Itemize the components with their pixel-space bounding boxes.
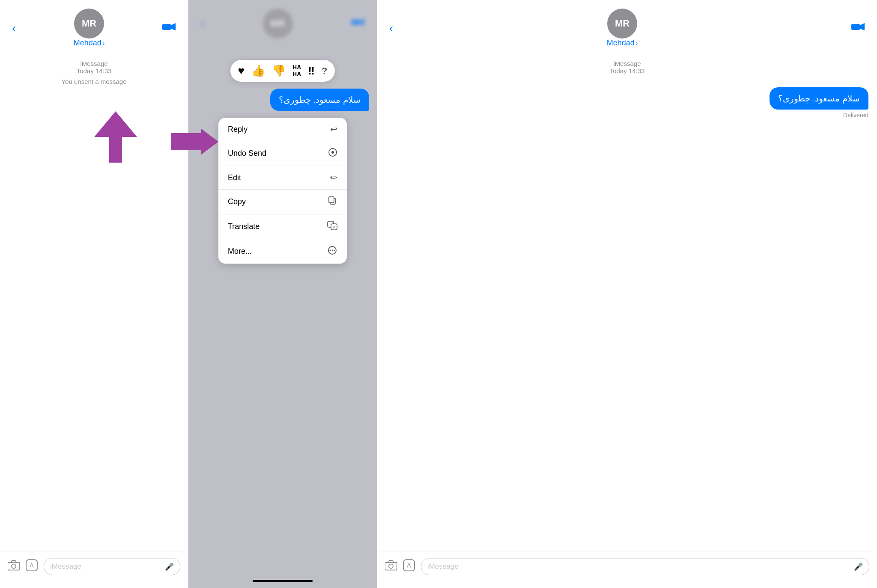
menu-reply-label: Reply	[228, 125, 248, 134]
menu-undo-send-label: Undo Send	[228, 149, 266, 158]
center-nav-blurred: ‹ MR	[188, 0, 377, 43]
center-back-btn: ‹	[200, 17, 204, 30]
back-button[interactable]: ‹	[12, 21, 16, 35]
right-time-label: Today 14:33	[386, 67, 868, 74]
right-bubble-row: سلام مسعود. چطوری؟	[386, 87, 868, 110]
right-contact-name-row: Mehdad ›	[607, 39, 638, 48]
right-chevron-icon: ›	[636, 40, 638, 47]
contact-name-row: Mehdad ›	[74, 39, 105, 48]
right-message-meta: iMessage Today 14:33	[377, 60, 877, 74]
message-input-right[interactable]: iMessage 🎤	[421, 558, 869, 575]
svg-point-12	[331, 151, 334, 154]
svg-rect-26	[389, 561, 393, 563]
apps-button[interactable]: A	[26, 559, 38, 574]
svg-marker-9	[360, 18, 364, 26]
svg-rect-14	[329, 197, 334, 203]
time-label: Today 14:33	[9, 67, 179, 74]
svg-point-25	[389, 564, 393, 568]
message-input-left[interactable]: iMessage 🎤	[44, 558, 180, 575]
reaction-question[interactable]: ?	[322, 65, 327, 77]
more-icon	[327, 246, 337, 257]
reaction-exclamation[interactable]: ‼	[308, 64, 315, 77]
undo-send-icon	[328, 148, 337, 159]
menu-item-copy[interactable]: Copy	[218, 190, 347, 214]
contact-name[interactable]: Mehdad	[74, 39, 101, 48]
copy-icon	[328, 196, 337, 208]
right-message-bubble: سلام مسعود. چطوری؟	[770, 87, 868, 110]
right-message-area: سلام مسعود. چطوری؟ Delivered	[377, 74, 877, 588]
reaction-thumbsup[interactable]: 👍	[251, 64, 265, 77]
message-meta: iMessage Today 14:33	[0, 60, 188, 74]
camera-button[interactable]	[8, 560, 20, 573]
message-bubble: سلام مسعود. چطوری؟	[270, 89, 369, 111]
menu-item-undo-send[interactable]: Undo Send	[218, 141, 347, 166]
svg-rect-3	[8, 562, 20, 570]
right-arrow-indicator	[171, 129, 218, 156]
center-panel: ‹ MR ♥ 👍 👎 HAHA ‼ ? سلام مسعود. چطوری؟ R…	[188, 0, 377, 588]
right-back-button[interactable]: ‹	[389, 21, 393, 35]
center-nav-center: MR	[263, 9, 293, 39]
edit-icon: ✏	[330, 172, 337, 183]
nav-center: MR Mehdad ›	[74, 9, 105, 48]
home-indicator	[253, 580, 313, 582]
chevron-right-icon: ›	[103, 40, 105, 47]
reply-icon: ↩	[330, 124, 337, 134]
center-video-btn	[351, 18, 365, 30]
unsent-message: You unsent a message	[0, 78, 188, 85]
svg-rect-24	[385, 562, 397, 570]
input-placeholder-left: iMessage	[50, 562, 81, 571]
svg-marker-23	[860, 23, 865, 30]
message-bubble-container: سلام مسعود. چطوری؟	[270, 89, 369, 111]
svg-point-21	[334, 250, 335, 251]
service-label: iMessage	[9, 60, 179, 67]
menu-item-edit[interactable]: Edit ✏	[218, 166, 347, 190]
right-contact-name[interactable]: Mehdad	[607, 39, 635, 48]
right-nav-center: MR Mehdad ›	[607, 9, 638, 48]
menu-translate-label: Translate	[228, 222, 260, 231]
svg-marker-2	[94, 111, 137, 163]
avatar: MR	[74, 9, 104, 39]
menu-item-more[interactable]: More...	[218, 239, 347, 264]
svg-marker-1	[171, 23, 176, 30]
svg-rect-0	[162, 24, 171, 30]
right-panel: ‹ MR Mehdad › iMessage Today 14:33 سلام …	[377, 0, 877, 588]
mic-icon: 🎤	[165, 562, 174, 571]
svg-text:A: A	[30, 562, 34, 569]
right-camera-button[interactable]	[385, 560, 397, 573]
translate-icon: ✕	[327, 221, 337, 232]
right-avatar: MR	[607, 9, 637, 39]
right-bottom-bar: A iMessage 🎤	[377, 552, 877, 588]
svg-rect-5	[12, 561, 16, 563]
svg-point-20	[332, 250, 333, 251]
context-menu-wrapper: Reply ↩ Undo Send Edit ✏ Copy	[218, 111, 347, 264]
right-apps-button[interactable]: A	[403, 559, 415, 574]
left-panel: ‹ MR Mehdad › iMessage Today 14:33 You u…	[0, 0, 188, 588]
right-nav-bar: ‹ MR Mehdad ›	[377, 0, 877, 52]
reaction-bar: ♥ 👍 👎 HAHA ‼ ?	[230, 60, 335, 82]
svg-point-4	[12, 564, 16, 568]
center-avatar: MR	[263, 9, 293, 39]
right-video-call-button[interactable]	[851, 22, 865, 34]
menu-item-reply[interactable]: Reply ↩	[218, 118, 347, 141]
svg-rect-8	[351, 19, 360, 25]
reaction-heart[interactable]: ♥	[238, 64, 245, 77]
menu-more-label: More...	[228, 247, 252, 256]
svg-text:✕: ✕	[332, 226, 335, 229]
input-placeholder-right: iMessage	[427, 562, 459, 571]
left-nav-bar: ‹ MR Mehdad ›	[0, 0, 188, 52]
center-bottom-bar	[188, 576, 377, 588]
menu-copy-label: Copy	[228, 197, 246, 206]
reaction-haha[interactable]: HAHA	[292, 64, 301, 77]
right-mic-icon: 🎤	[854, 562, 863, 571]
video-call-button[interactable]	[162, 22, 176, 34]
svg-point-19	[330, 250, 331, 251]
left-bottom-bar: A iMessage 🎤	[0, 552, 188, 588]
delivered-label: Delivered	[386, 112, 868, 119]
svg-rect-22	[851, 24, 860, 30]
reaction-thumbsdown[interactable]: 👎	[272, 64, 286, 77]
right-service-label: iMessage	[386, 60, 868, 67]
menu-item-translate[interactable]: Translate ✕	[218, 214, 347, 239]
svg-text:A: A	[407, 562, 411, 569]
svg-marker-10	[171, 129, 218, 154]
menu-edit-label: Edit	[228, 173, 241, 182]
